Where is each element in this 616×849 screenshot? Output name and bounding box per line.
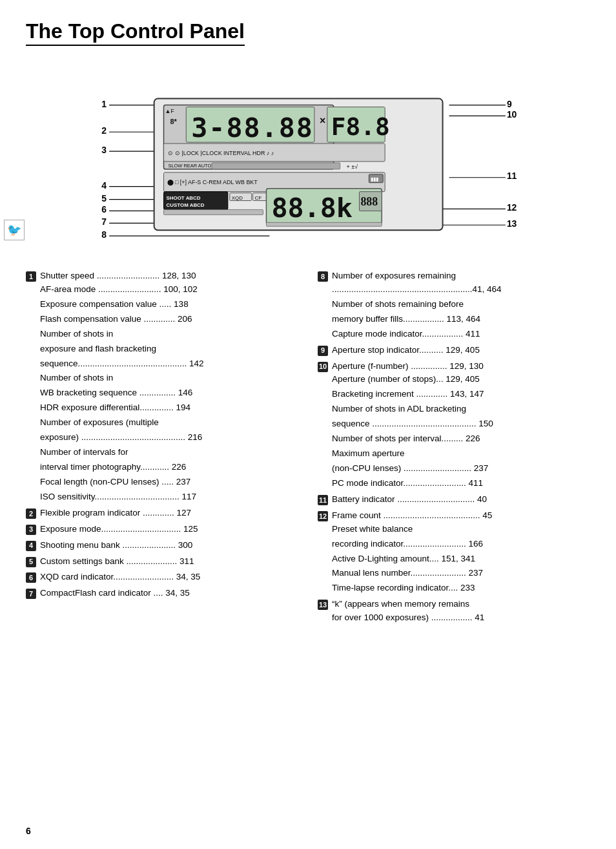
entry-continuation: Time-lapse recording indicator.... 233 bbox=[318, 582, 590, 595]
entry-number: 6 bbox=[26, 572, 36, 583]
entry-continuation: PC mode indicator.......................… bbox=[318, 477, 590, 490]
entry-group: 6XQD card indicator.....................… bbox=[26, 571, 298, 584]
entry-number: 12 bbox=[318, 511, 328, 521]
entry-number: 2 bbox=[26, 508, 36, 519]
entry: 10Aperture (f-number) ............... 12… bbox=[318, 360, 590, 373]
entry: 1Shutter speed .........................… bbox=[26, 269, 298, 283]
svg-text:⬤ □ [+] AF-S C-REM ADL WB BKT: ⬤ □ [+] AF-S C-REM ADL WB BKT bbox=[167, 179, 258, 186]
diagram-section: 1 2 3 4 5 6 7 8 9 10 11 12 13 8* bbox=[26, 56, 590, 257]
svg-rect-55 bbox=[164, 209, 263, 215]
side-icon: 🐦 bbox=[4, 220, 25, 240]
entry-continuation: Number of shots remaining before bbox=[318, 298, 590, 311]
svg-text:8*: 8* bbox=[170, 118, 177, 125]
entry-number: 4 bbox=[26, 541, 36, 551]
entry-text: XQD card indicator......................… bbox=[40, 571, 298, 584]
entry-continuation: Bracketing increment ............. 143, … bbox=[318, 388, 590, 401]
svg-text:888: 888 bbox=[360, 195, 378, 208]
svg-text:13: 13 bbox=[507, 218, 517, 229]
page-number: 6 bbox=[26, 826, 31, 836]
svg-text:CF: CF bbox=[255, 195, 262, 201]
svg-text:SHOOT ABCD: SHOOT ABCD bbox=[167, 195, 201, 201]
entry-text: Battery indicator ......................… bbox=[332, 493, 590, 507]
entry-group: 3Exposure mode..........................… bbox=[26, 523, 298, 536]
entry-text: Frame count ............................… bbox=[332, 509, 590, 523]
entry-group: 4Shooting menu bank ....................… bbox=[26, 539, 298, 552]
entry-group: 11Battery indicator ....................… bbox=[318, 493, 590, 507]
entry: 8Number of exposures remaining bbox=[318, 269, 590, 283]
entry-number: 10 bbox=[318, 362, 328, 372]
entry-continuation: Number of intervals for bbox=[26, 446, 298, 459]
entry-continuation: exposure and flash bracketing bbox=[26, 342, 298, 356]
entry: 4Shooting menu bank ....................… bbox=[26, 539, 298, 552]
entry-continuation: Number of shots in bbox=[26, 328, 298, 341]
entry: 7CompactFlash card indicator .... 34, 35 bbox=[26, 587, 298, 600]
entry-number: 9 bbox=[318, 346, 328, 356]
entry-number: 3 bbox=[26, 525, 36, 535]
svg-text:7: 7 bbox=[101, 216, 107, 227]
page-title: The Top Control Panel bbox=[26, 19, 245, 46]
entry-continuation: sequence................................… bbox=[26, 357, 298, 371]
entry: 6XQD card indicator.....................… bbox=[26, 571, 298, 584]
entry: 3Exposure mode..........................… bbox=[26, 523, 298, 536]
svg-text:3: 3 bbox=[101, 145, 107, 155]
entry-continuation: Preset white balance bbox=[318, 523, 590, 536]
svg-text:8: 8 bbox=[101, 229, 107, 240]
svg-text:5: 5 bbox=[101, 193, 107, 204]
entry-text: Custom settings bank ...................… bbox=[40, 555, 298, 569]
entry-group: 2Flexible program indicator ............… bbox=[26, 507, 298, 520]
entry-continuation: Number of shots in bbox=[26, 372, 298, 385]
entry-number: 8 bbox=[318, 271, 328, 282]
entry-text: Shutter speed ..........................… bbox=[40, 269, 298, 283]
entry-text: Flexible program indicator .............… bbox=[40, 507, 298, 520]
left-column: 1Shutter speed .........................… bbox=[26, 269, 298, 627]
entry-continuation: Aperture (number of stops)... 129, 405 bbox=[318, 373, 590, 386]
entry-group: 12Frame count ..........................… bbox=[318, 509, 590, 596]
entry-number: 11 bbox=[318, 495, 328, 505]
entry-continuation: Exposure compensation value ..... 138 bbox=[26, 298, 298, 311]
entry-group: 5Custom settings bank ..................… bbox=[26, 555, 298, 569]
right-column: 8Number of exposures remaining..........… bbox=[318, 269, 590, 627]
entry-continuation: HDR exposure differential.............. … bbox=[26, 401, 298, 415]
entry: 13“k” (appears when memory remains bbox=[318, 598, 590, 611]
entry-continuation: sequence ...............................… bbox=[318, 417, 590, 431]
svg-text:⊙ ⊙ |LOCK |CLOCK INTERVAL HDR : ⊙ ⊙ |LOCK |CLOCK INTERVAL HDR ♪ ♪ bbox=[168, 150, 274, 156]
svg-text:F8.8: F8.8 bbox=[331, 112, 390, 141]
svg-text:12: 12 bbox=[507, 202, 517, 213]
entry-continuation: Focal length (non-CPU lenses) ..... 237 bbox=[26, 476, 298, 489]
entry-continuation: recording indicator.....................… bbox=[318, 538, 590, 551]
entry-text: Number of exposures remaining bbox=[332, 269, 590, 283]
svg-text:+ ±√: + ±√ bbox=[347, 163, 358, 170]
svg-text:CUSTOM ABCD: CUSTOM ABCD bbox=[167, 202, 205, 208]
entry-continuation: Number of shots in ADL bracketing bbox=[318, 403, 590, 416]
svg-text:10: 10 bbox=[507, 109, 517, 120]
entry-group: 13“k” (appears when memory remainsfor ov… bbox=[318, 598, 590, 625]
entry-continuation: memory buffer fills................. 113… bbox=[318, 313, 590, 326]
entry: 11Battery indicator ....................… bbox=[318, 493, 590, 507]
entry-continuation: (non-CPU lenses) .......................… bbox=[318, 462, 590, 476]
entry-continuation: AF-area mode .......................... … bbox=[26, 283, 298, 297]
entry-group: 9Aperture stop indicator.......... 129, … bbox=[318, 344, 590, 357]
entry-continuation: WB bracketing sequence ............... 1… bbox=[26, 386, 298, 400]
entry-continuation: interval timer photography............ 2… bbox=[26, 461, 298, 474]
entry-text: Shooting menu bank .....................… bbox=[40, 539, 298, 552]
entry-text: “k” (appears when memory remains bbox=[332, 598, 590, 611]
entry-continuation: Active D-Lighting amount.... 151, 341 bbox=[318, 552, 590, 566]
entry-continuation: Number of shots per interval......... 22… bbox=[318, 432, 590, 446]
svg-text:1: 1 bbox=[101, 99, 107, 109]
entry-group: 10Aperture (f-number) ............... 12… bbox=[318, 360, 590, 490]
entry-group: 1Shutter speed .........................… bbox=[26, 269, 298, 504]
entry-text: Aperture (f-number) ............... 129,… bbox=[332, 360, 590, 373]
entry-continuation: Manual lens number......................… bbox=[318, 567, 590, 580]
svg-text:6: 6 bbox=[101, 204, 107, 215]
content-area: 1Shutter speed .........................… bbox=[26, 269, 590, 627]
svg-text:4: 4 bbox=[101, 180, 107, 191]
entry: 2Flexible program indicator ............… bbox=[26, 507, 298, 520]
entry-number: 1 bbox=[26, 271, 36, 282]
entry-continuation: Flash compensation value ............. 2… bbox=[26, 313, 298, 326]
entry-text: CompactFlash card indicator .... 34, 35 bbox=[40, 587, 298, 600]
svg-text:3-88.88: 3-88.88 bbox=[191, 112, 314, 143]
svg-text:9: 9 bbox=[507, 99, 512, 109]
svg-rect-38 bbox=[212, 163, 340, 169]
entry-group: 7CompactFlash card indicator .... 34, 35 bbox=[26, 587, 298, 600]
svg-text:XQD: XQD bbox=[232, 195, 243, 201]
